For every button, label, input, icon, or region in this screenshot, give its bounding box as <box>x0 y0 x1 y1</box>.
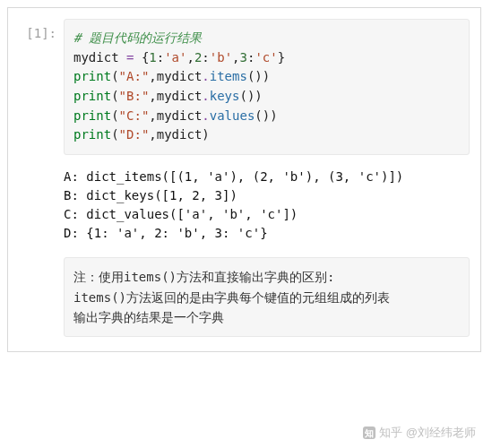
watermark-brand: 知乎 <box>379 425 402 441</box>
note-prompt <box>8 255 64 351</box>
note-block: 注：使用items()方法和直接输出字典的区别: items()方法返回的是由字… <box>64 257 470 337</box>
output-line-2: B: dict_keys([1, 2, 3]) <box>64 188 237 202</box>
output-prompt <box>8 166 64 254</box>
code-line-6: print("D:",mydict) <box>73 127 210 142</box>
note-line-2: items()方法返回的是由字典每个键值的元组组成的列表 <box>73 288 460 307</box>
input-prompt: [1]: <box>8 19 64 160</box>
code-line-3: print("A:",mydict.items()) <box>73 69 270 83</box>
note-content: 注：使用items()方法和直接输出字典的区别: items()方法返回的是由字… <box>64 255 480 351</box>
output-content: A: dict_items([(1, 'a'), (2, 'b'), (3, '… <box>64 166 480 254</box>
code-cell-row: [1]: # 题目代码的运行结果 mydict = {1:'a',2:'b',3… <box>8 8 480 160</box>
notebook-container: [1]: # 题目代码的运行结果 mydict = {1:'a',2:'b',3… <box>7 7 481 352</box>
output-line-1: A: dict_items([(1, 'a'), (2, 'b'), (3, '… <box>64 169 403 184</box>
output-line-4: D: {1: 'a', 2: 'b', 3: 'c'} <box>64 226 268 240</box>
zhihu-icon: 知 <box>363 426 375 439</box>
code-comment: # 题目代码的运行结果 <box>73 30 202 45</box>
note-line-1: 注：使用items()方法和直接输出字典的区别: <box>73 267 460 287</box>
output-row: A: dict_items([(1, 'a'), (2, 'b'), (3, '… <box>8 160 480 254</box>
output-block: A: dict_items([(1, 'a'), (2, 'b'), (3, '… <box>64 166 470 248</box>
note-row: 注：使用items()方法和直接输出字典的区别: items()方法返回的是由字… <box>8 254 480 351</box>
watermark-author: @刘经纬老师 <box>406 425 476 441</box>
code-line-4: print("B:",mydict.keys()) <box>73 89 263 103</box>
code-line-2: mydict = {1:'a',2:'b',3:'c'} <box>73 50 285 65</box>
svg-text:知: 知 <box>364 428 374 438</box>
code-content: # 题目代码的运行结果 mydict = {1:'a',2:'b',3:'c'}… <box>64 19 480 160</box>
output-line-3: C: dict_values(['a', 'b', 'c']) <box>64 207 298 221</box>
code-block: # 题目代码的运行结果 mydict = {1:'a',2:'b',3:'c'}… <box>64 19 470 155</box>
note-line-3: 输出字典的结果是一个字典 <box>73 307 460 327</box>
watermark: 知 知乎 @刘经纬老师 <box>363 425 476 441</box>
code-line-5: print("C:",mydict.values()) <box>73 108 278 123</box>
